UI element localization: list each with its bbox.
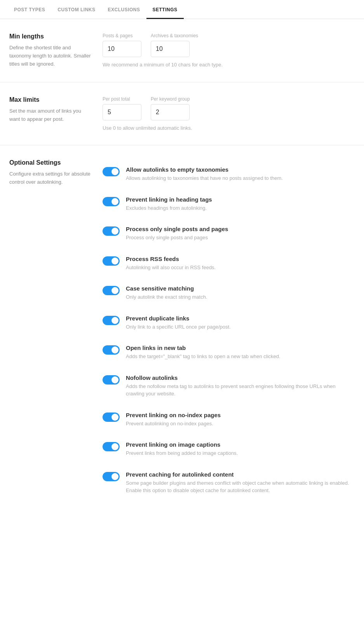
setting-name: Process RSS feeds xyxy=(126,256,355,262)
per-post-group: Per post total xyxy=(103,96,141,120)
min-lengths-right: Posts & pages Archives & taxonomies We r… xyxy=(103,33,355,68)
setting-item: Open links in new tabAdds the target="_b… xyxy=(103,338,355,367)
min-lengths-title: Min lengths xyxy=(9,33,93,40)
setting-desc: Only link to a specific URL once per pag… xyxy=(126,323,355,331)
tab-settings[interactable]: SETTINGS xyxy=(146,0,184,19)
per-keyword-input[interactable] xyxy=(151,104,190,120)
setting-item: Prevent linking in heading tagsExcludes … xyxy=(103,189,355,219)
max-limits-hint: Use 0 to allow unlimited automatic links… xyxy=(103,125,355,131)
max-limits-section: Max limits Set the max amount of links y… xyxy=(0,82,364,145)
toggle-10[interactable] xyxy=(103,472,120,481)
optional-settings-section: Optional Settings Configure extra settin… xyxy=(0,145,364,515)
setting-desc: Process only single posts and pages xyxy=(126,234,355,242)
per-post-label: Per post total xyxy=(103,96,141,102)
setting-name: Prevent duplicate links xyxy=(126,315,355,322)
max-limits-left: Max limits Set the max amount of links y… xyxy=(9,96,103,131)
setting-item: Prevent caching for autolinked contentSo… xyxy=(103,464,355,501)
min-lengths-description: Define the shortest title and taxonomy l… xyxy=(9,44,93,68)
setting-item: Prevent linking on image captionsPrevent… xyxy=(103,434,355,464)
toggle-1[interactable] xyxy=(103,197,120,206)
per-post-input[interactable] xyxy=(103,104,141,120)
toggle-2[interactable] xyxy=(103,226,120,236)
posts-pages-input[interactable] xyxy=(103,41,141,57)
optional-settings-left: Optional Settings Configure extra settin… xyxy=(9,159,103,501)
setting-desc: Some page builder plugins and themes con… xyxy=(126,479,355,494)
per-keyword-group: Per keyword group xyxy=(151,96,190,120)
optional-settings-title: Optional Settings xyxy=(9,159,93,166)
setting-item: Prevent duplicate linksOnly link to a sp… xyxy=(103,308,355,338)
setting-item: Nofollow autolinksAdds the nofollow meta… xyxy=(103,367,355,405)
settings-list: Allow autolinks to empty taxonomiesAllow… xyxy=(103,159,355,501)
min-lengths-section: Min lengths Define the shortest title an… xyxy=(0,19,364,82)
tab-custom-links[interactable]: CUSTOM LINKS xyxy=(51,0,101,19)
setting-desc: Autolinking will also occur in RSS feeds… xyxy=(126,264,355,272)
max-limits-inputs: Per post total Per keyword group xyxy=(103,96,355,120)
tab-exclusions[interactable]: EXCLUSIONS xyxy=(101,0,146,19)
archives-taxonomies-label: Archives & taxonomies xyxy=(151,33,198,38)
toggle-5[interactable] xyxy=(103,316,120,325)
tab-post-types[interactable]: POST TYPES xyxy=(8,0,51,19)
posts-pages-group: Posts & pages xyxy=(103,33,141,57)
toggle-0[interactable] xyxy=(103,167,120,176)
setting-name: Prevent linking on no-index pages xyxy=(126,412,355,418)
max-limits-right: Per post total Per keyword group Use 0 t… xyxy=(103,96,355,131)
setting-name: Nofollow autolinks xyxy=(126,374,355,381)
toggle-7[interactable] xyxy=(103,375,120,385)
setting-desc: Prevent links from being added to image … xyxy=(126,449,355,457)
setting-desc: Adds the nofollow meta tag to autolinks … xyxy=(126,383,355,398)
min-lengths-inputs: Posts & pages Archives & taxonomies xyxy=(103,33,355,57)
per-keyword-label: Per keyword group xyxy=(151,96,190,102)
toggle-4[interactable] xyxy=(103,286,120,295)
optional-settings-description: Configure extra settings for absolute co… xyxy=(9,170,93,186)
setting-name: Allow autolinks to empty taxonomies xyxy=(126,166,355,173)
toggle-8[interactable] xyxy=(103,412,120,422)
archives-taxonomies-group: Archives & taxonomies xyxy=(151,33,198,57)
toggle-6[interactable] xyxy=(103,345,120,355)
setting-name: Prevent linking on image captions xyxy=(126,441,355,448)
nav-tabs: POST TYPES CUSTOM LINKS EXCLUSIONS SETTI… xyxy=(0,0,364,19)
setting-item: Process only single posts and pagesProce… xyxy=(103,219,355,249)
toggle-9[interactable] xyxy=(103,442,120,451)
setting-item: Case sensitive matchingOnly autolink the… xyxy=(103,278,355,308)
setting-name: Prevent linking in heading tags xyxy=(126,196,355,203)
setting-item: Allow autolinks to empty taxonomiesAllow… xyxy=(103,159,355,189)
setting-name: Open links in new tab xyxy=(126,345,355,351)
setting-name: Prevent caching for autolinked content xyxy=(126,471,355,478)
archives-taxonomies-input[interactable] xyxy=(151,41,190,57)
posts-pages-label: Posts & pages xyxy=(103,33,141,38)
min-lengths-left: Min lengths Define the shortest title an… xyxy=(9,33,103,68)
toggle-3[interactable] xyxy=(103,256,120,266)
setting-desc: Allows autolinking to taxonomies that ha… xyxy=(126,174,355,182)
min-lengths-hint: We recommend a minimum of 10 chars for e… xyxy=(103,62,355,68)
setting-desc: Excludes headings from autolinking. xyxy=(126,204,355,212)
max-limits-description: Set the max amount of links you want to … xyxy=(9,107,93,124)
setting-desc: Adds the target="_blank" tag to links to… xyxy=(126,353,355,360)
max-limits-title: Max limits xyxy=(9,96,93,103)
setting-item: Prevent linking on no-index pagesPrevent… xyxy=(103,405,355,435)
setting-name: Case sensitive matching xyxy=(126,285,355,292)
setting-desc: Only autolink the exact string match. xyxy=(126,293,355,301)
setting-desc: Prevent autolinking on no-index pages. xyxy=(126,420,355,428)
setting-name: Process only single posts and pages xyxy=(126,226,355,232)
setting-item: Process RSS feedsAutolinking will also o… xyxy=(103,249,355,278)
